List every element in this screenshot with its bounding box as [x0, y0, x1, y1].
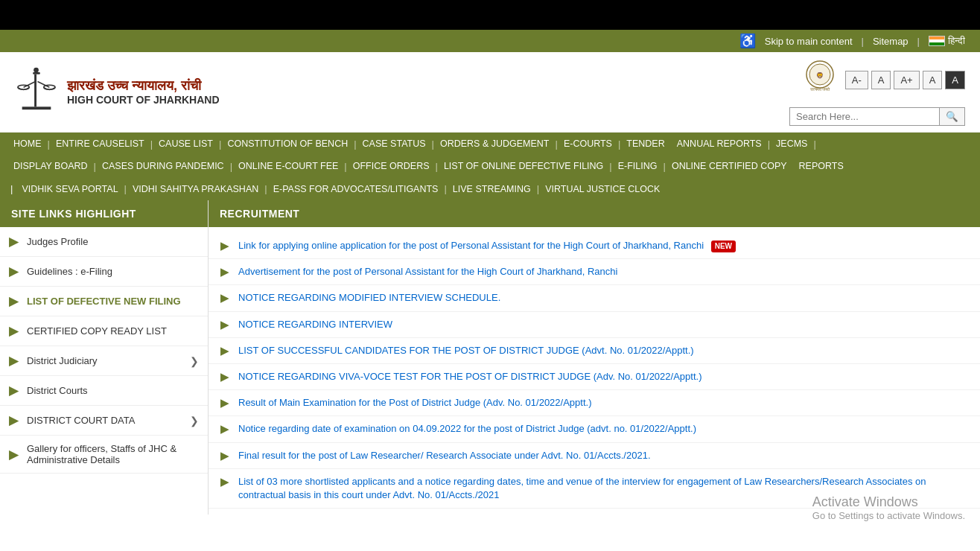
svg-point-7 [34, 67, 39, 72]
nav-constitution[interactable]: CONSTITUTION OF BENCH [221, 133, 354, 155]
svg-text:सत्यमेव जयते: सत्यमेव जयते [809, 86, 830, 92]
search-bar: 🔍 [789, 107, 965, 126]
sidebar-item-judges-profile[interactable]: ▶ Judges Profile [0, 227, 208, 257]
font-normal-button[interactable]: A [871, 71, 891, 89]
eng-court-name: HIGH COURT OF JHARKHAND [67, 94, 220, 106]
list-item: ▶ Advertisement for the post of Personal… [209, 259, 980, 285]
sidebar-item-district-court-data[interactable]: ▶ DISTRICT COURT DATA ❯ [0, 406, 208, 436]
recruitment-header: RECRUITMENT [209, 200, 980, 227]
nav-efiling[interactable]: E-FILING [612, 155, 664, 177]
india-emblem-icon: 🦁 सत्यमेव जयते [801, 58, 839, 101]
sidebar-header: SITE LINKS HIGHLIGHT [0, 200, 208, 227]
sidebar-arrow-icon: ▶ [9, 294, 21, 308]
list-item: ▶ Final result for the post of Law Resea… [209, 443, 980, 469]
recruitment-list: ▶ Link for applying online application f… [209, 227, 980, 515]
sidebar-item-label: Gallery for officers, Staffs of JHC & Ad… [27, 443, 199, 465]
top-black-bar [0, 0, 980, 30]
access-bar: ♿ Skip to main content | Sitemap | हिन्द… [0, 30, 980, 52]
sidebar-arrow-icon: ▶ [9, 448, 21, 462]
hindi-text[interactable]: हिन्दी [948, 35, 965, 47]
list-item: ▶ List of 03 more shortlisted applicants… [209, 469, 980, 509]
recruitment-link-4[interactable]: NOTICE REGARDING INTERVIEW [238, 318, 392, 331]
header-right: 🦁 सत्यमेव जयते A- A A+ A A 🔍 [789, 58, 965, 126]
nav-reports[interactable]: REPORTS [793, 155, 850, 177]
svg-text:🦁: 🦁 [816, 71, 824, 79]
nav-ecourts[interactable]: E-COURTS [558, 133, 618, 155]
sidebar-item-district-judiciary[interactable]: ▶ District Judiciary ❯ [0, 346, 208, 376]
nav-row-2: DISPLAY BOARD| CASES DURING PANDEMIC| ON… [7, 155, 973, 177]
nav-annual-reports[interactable]: ANNUAL REPORTS [671, 133, 768, 155]
list-arrow-icon: ▶ [220, 476, 231, 488]
sep: | [7, 177, 16, 200]
search-input[interactable] [790, 108, 939, 125]
nav-cases-pandemic[interactable]: CASES DURING PANDEMIC [96, 155, 230, 177]
font-medium-button[interactable]: A [923, 71, 943, 89]
sep: | [813, 138, 815, 150]
chevron-right-icon: ❯ [190, 415, 199, 427]
new-badge: NEW [711, 241, 736, 252]
hindi-link[interactable]: हिन्दी [929, 35, 965, 47]
nav-live-streaming[interactable]: LIVE STREAMING [447, 178, 537, 200]
font-decrease-button[interactable]: A- [845, 71, 868, 89]
nav-case-status[interactable]: CASE STATUS [357, 133, 432, 155]
svg-rect-0 [34, 74, 36, 106]
nav-home[interactable]: HOME [7, 133, 48, 155]
court-logo-icon [15, 66, 58, 118]
sidebar-item-defective-filing[interactable]: ▶ LIST OF DEFECTIVE NEW FILING [0, 287, 208, 316]
nav-display-board[interactable]: DISPLAY BOARD [7, 155, 94, 177]
list-arrow-icon: ▶ [220, 319, 231, 331]
sidebar-item-certified-copy[interactable]: ▶ CERTIFIED COPY READY LIST [0, 316, 208, 346]
sidebar-item-label: Judges Profile [27, 236, 199, 247]
india-flag-icon [929, 36, 945, 46]
recruitment-link-5[interactable]: LIST OF SUCCESSFUL CANDIDATES FOR THE PO… [238, 344, 694, 357]
list-item: ▶ Result of Main Examination for the Pos… [209, 390, 980, 416]
sidebar: SITE LINKS HIGHLIGHT ▶ Judges Profile ▶ … [0, 200, 209, 515]
font-increase-button[interactable]: A+ [894, 71, 919, 89]
nav-office-orders[interactable]: OFFICE ORDERS [347, 155, 436, 177]
nav-jecms[interactable]: JECMS [770, 133, 813, 155]
nav-virtual-justice[interactable]: VIRTUAL JUSTICE CLOCK [539, 178, 666, 200]
recruitment-panel: RECRUITMENT ▶ Link for applying online a… [209, 200, 980, 515]
sidebar-arrow-icon: ▶ [9, 324, 21, 338]
nav-orders-judgement[interactable]: ORDERS & JUDGEMENT [434, 133, 556, 155]
nav-defective-filing[interactable]: LIST OF ONLINE DEFECTIVE FILING [438, 155, 609, 177]
header-title: झारखंड उच्च न्यायालय, रांची HIGH COURT O… [67, 78, 220, 106]
sidebar-item-district-courts[interactable]: ▶ District Courts [0, 376, 208, 406]
nav-tender[interactable]: TENDER [620, 133, 670, 155]
sidebar-item-label: LIST OF DEFECTIVE NEW FILING [27, 296, 199, 307]
header: झारखंड उच्च न्यायालय, रांची HIGH COURT O… [0, 52, 980, 133]
sidebar-item-label: CERTIFIED COPY READY LIST [27, 325, 199, 337]
recruitment-link-6[interactable]: NOTICE REGARDING VIVA-VOCE TEST FOR THE … [238, 370, 701, 383]
sidebar-item-label: DISTRICT COURT DATA [27, 415, 190, 426]
sidebar-item-guidelines-efiling[interactable]: ▶ Guidelines : e-Filing [0, 257, 208, 287]
recruitment-link-10[interactable]: List of 03 more shortlisted applicants a… [238, 475, 968, 502]
separator-2: | [917, 36, 920, 47]
list-item: ▶ LIST OF SUCCESSFUL CANDIDATES FOR THE … [209, 338, 980, 364]
accessibility-icon: ♿ [739, 33, 756, 49]
sidebar-arrow-icon: ▶ [9, 354, 21, 368]
nav-online-ecourt-fee[interactable]: ONLINE E-COURT FEE [232, 155, 344, 177]
recruitment-link-1[interactable]: Link for applying online application for… [238, 239, 736, 252]
sidebar-arrow-icon: ▶ [9, 235, 21, 249]
recruitment-link-8[interactable]: Notice regarding date of examination on … [238, 422, 696, 436]
recruitment-link-9[interactable]: Final result for the post of Law Researc… [238, 449, 651, 462]
hindi-court-name: झारखंड उच्च न्यायालय, रांची [67, 78, 220, 94]
nav-cause-list[interactable]: CAUSE LIST [153, 133, 219, 155]
recruitment-link-7[interactable]: Result of Main Examination for the Post … [238, 396, 592, 410]
nav-entire-causelist[interactable]: ENTIRE CAUSELIST [50, 133, 150, 155]
nav-epass[interactable]: E-PASS FOR ADVOCATES/LITIGANTS [267, 178, 445, 200]
nav-online-certified-copy[interactable]: ONLINE CERTIFIED COPY [666, 155, 793, 177]
separator-1: | [862, 36, 864, 47]
list-arrow-icon: ▶ [220, 292, 231, 304]
recruitment-link-2[interactable]: Advertisement for the post of Personal A… [238, 265, 617, 278]
sidebar-item-label: District Courts [27, 385, 199, 396]
recruitment-link-3[interactable]: NOTICE REGARDING MODIFIED INTERVIEW SCHE… [238, 291, 500, 305]
list-arrow-icon: ▶ [220, 345, 231, 357]
sidebar-item-gallery[interactable]: ▶ Gallery for officers, Staffs of JHC & … [0, 436, 208, 474]
search-button[interactable]: 🔍 [939, 108, 964, 125]
sitemap-link[interactable]: Sitemap [873, 36, 909, 47]
nav-vidhik-seva[interactable]: VIDHIK SEVA PORTAL [16, 178, 124, 200]
font-large-button[interactable]: A [945, 71, 965, 89]
nav-vidhi-sahitya[interactable]: VIDHI SAHITYA PRAKASHAN [127, 178, 264, 200]
skip-to-main-link[interactable]: Skip to main content [765, 36, 853, 47]
